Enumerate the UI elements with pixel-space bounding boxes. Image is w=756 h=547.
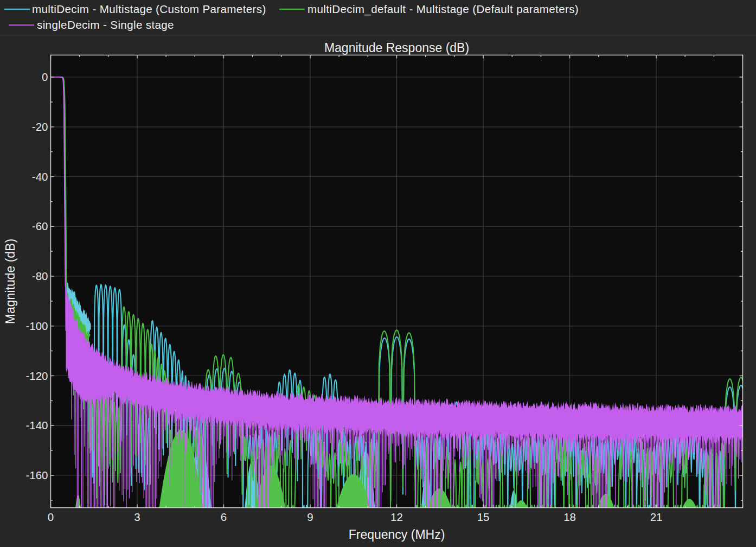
svg-text:-80: -80 (32, 270, 48, 282)
svg-text:-160: -160 (25, 469, 48, 481)
svg-text:Frequency (MHz): Frequency (MHz) (349, 527, 445, 542)
svg-text:6: 6 (221, 511, 227, 523)
svg-text:21: 21 (650, 511, 663, 523)
svg-text:12: 12 (390, 511, 403, 523)
svg-text:Magnitude Response (dB): Magnitude Response (dB) (324, 41, 469, 55)
svg-text:singleDecim - Single stage: singleDecim - Single stage (37, 18, 174, 31)
svg-text:3: 3 (134, 511, 140, 523)
svg-text:0: 0 (42, 71, 48, 83)
svg-text:0: 0 (48, 511, 54, 523)
svg-text:multiDecim_default - Multistag: multiDecim_default - Multistage (Default… (307, 3, 579, 16)
svg-text:multiDecim - Multistage (Custo: multiDecim - Multistage (Custom Paramete… (32, 3, 266, 15)
svg-text:-140: -140 (25, 419, 48, 431)
svg-text:18: 18 (563, 511, 576, 523)
svg-text:-120: -120 (25, 370, 48, 382)
svg-text:-20: -20 (32, 120, 48, 133)
svg-text:-60: -60 (32, 220, 48, 232)
svg-text:-40: -40 (32, 170, 48, 183)
svg-text:15: 15 (477, 511, 490, 523)
svg-text:Magnitude (dB): Magnitude (dB) (3, 239, 17, 324)
svg-text:9: 9 (307, 511, 313, 523)
svg-text:-100: -100 (25, 320, 48, 332)
